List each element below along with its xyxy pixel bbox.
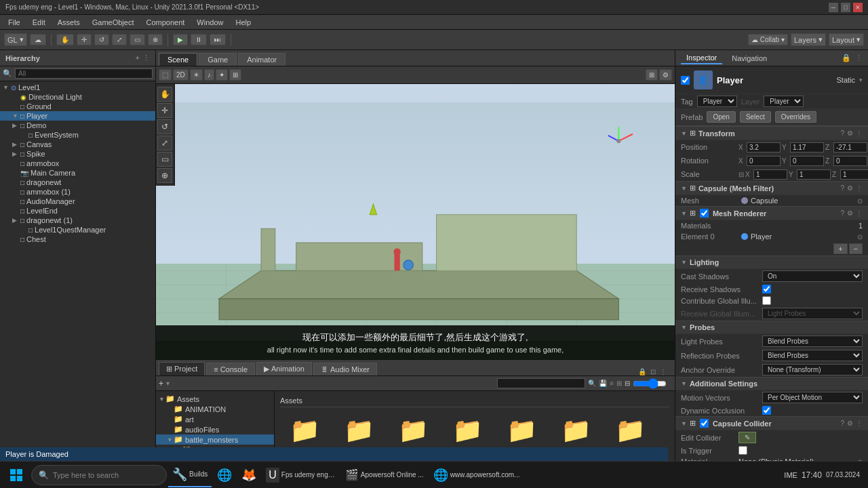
rotation-z-input[interactable]: 0 bbox=[833, 156, 867, 166]
tree-item-spike[interactable]: ▶ □ Spike bbox=[0, 149, 155, 159]
mesh-renderer-enabled-checkbox[interactable] bbox=[700, 209, 709, 218]
mesh-filter-section-header[interactable]: ▼ ⊞ Capsule (Mesh Filter) ? ⚙ ⋮ bbox=[675, 181, 868, 195]
step-button[interactable]: ⏭ bbox=[210, 34, 226, 45]
tree-item-ammobox[interactable]: □ ammobox bbox=[0, 159, 155, 168]
is-trigger-checkbox[interactable] bbox=[738, 446, 747, 455]
taskbar-app-apowersoft[interactable]: 🎬 Apowersoft Online ... bbox=[341, 463, 428, 487]
gl-mode-dropdown[interactable]: GL ▾ bbox=[4, 33, 27, 46]
tree-item-level1[interactable]: ▼ ⊙ Level1 bbox=[0, 83, 155, 92]
universal-tool[interactable]: ⊕ bbox=[148, 34, 163, 45]
capsule-collider-help-icon[interactable]: ? bbox=[840, 420, 844, 427]
scale-tool[interactable]: ⤢ bbox=[112, 34, 127, 45]
capsule-collider-menu-icon[interactable]: ⋮ bbox=[856, 420, 863, 427]
menu-gameobject[interactable]: GameObject bbox=[87, 17, 140, 28]
scene-gizmos-toggle[interactable]: ⊞ bbox=[229, 69, 241, 81]
move-tool[interactable]: ✛ bbox=[77, 34, 92, 45]
hand-tool[interactable]: ✋ bbox=[56, 34, 74, 45]
menu-file[interactable]: File bbox=[3, 17, 26, 28]
edit-collider-button[interactable]: ✎ bbox=[738, 432, 863, 443]
receive-gi-dropdown[interactable]: Light Probes bbox=[762, 308, 863, 319]
rotate-tool[interactable]: ↺ bbox=[94, 34, 109, 45]
tab-animation[interactable]: ▶Animation bbox=[256, 362, 312, 375]
taskbar-search[interactable]: 🔍 Type here to search bbox=[31, 465, 167, 485]
reflection-probes-dropdown[interactable]: Blend Probes bbox=[762, 350, 863, 361]
capsule-collider-settings-icon[interactable]: ⚙ bbox=[847, 420, 853, 427]
folder-animation[interactable]: 📁 ANIMATION bbox=[156, 404, 274, 414]
transform-section-header[interactable]: ▼ ⊞ Transform ? ⚙ ⋮ bbox=[675, 126, 868, 140]
tree-item-demo[interactable]: ▶ □ Demo bbox=[0, 121, 155, 130]
transform-menu-icon[interactable]: ⋮ bbox=[856, 129, 863, 137]
lighting-section-header[interactable]: ▼ Lighting bbox=[675, 256, 868, 269]
mesh-renderer-help-icon[interactable]: ? bbox=[840, 209, 844, 217]
anchor-override-dropdown[interactable]: None (Transform) bbox=[762, 364, 863, 375]
layers-dropdown[interactable]: Layers ▾ bbox=[791, 33, 826, 46]
rotation-y-input[interactable]: 0 bbox=[790, 156, 824, 166]
transform-help-icon[interactable]: ? bbox=[840, 129, 844, 137]
menu-help[interactable]: Help bbox=[230, 17, 256, 28]
additional-settings-section-header[interactable]: ▼ Additional Settings bbox=[675, 377, 868, 390]
maximize-button[interactable]: □ bbox=[841, 3, 850, 12]
tree-item-chest[interactable]: □ Chest bbox=[0, 235, 155, 244]
start-button[interactable] bbox=[3, 463, 30, 487]
prefab-open-button[interactable]: Open bbox=[707, 111, 735, 123]
lock-icon[interactable]: 🔒 bbox=[638, 368, 646, 375]
mesh-select-icon[interactable]: ⊙ bbox=[857, 197, 863, 205]
prefab-overrides-button[interactable]: Overrides bbox=[775, 111, 816, 123]
taskbar-app-unity[interactable]: U Fps udemy eng - L... bbox=[262, 463, 340, 487]
probes-section-header[interactable]: ▼ Probes bbox=[675, 321, 868, 334]
folder-audiofiles[interactable]: 📁 audioFiles bbox=[156, 424, 274, 434]
tree-item-eventsystem[interactable]: □ EventSystem bbox=[0, 130, 155, 140]
mesh-renderer-section-header[interactable]: ▼ ⊞ Mesh Renderer ? ⚙ ⋮ bbox=[675, 206, 868, 220]
tab-project[interactable]: ⊞Project bbox=[159, 362, 205, 375]
scale-x-input[interactable]: 1 bbox=[753, 169, 787, 180]
save-icon[interactable]: 💾 bbox=[599, 380, 607, 387]
player-active-checkbox[interactable] bbox=[681, 76, 690, 85]
motion-vectors-dropdown[interactable]: Per Object Motion bbox=[762, 392, 863, 403]
mesh-renderer-menu-icon[interactable]: ⋮ bbox=[856, 209, 863, 217]
scene-light-toggle[interactable]: ☀ bbox=[190, 69, 203, 81]
grid-view-icon[interactable]: ⊞ bbox=[616, 380, 622, 387]
tag-dropdown[interactable]: Player bbox=[697, 96, 737, 107]
zoom-slider[interactable] bbox=[633, 378, 667, 389]
folder-battle-monsters[interactable]: ▼ 📁 battle_monsters bbox=[156, 434, 274, 445]
tab-console[interactable]: ≡Console bbox=[206, 363, 255, 375]
tree-item-main-camera[interactable]: 📷 Main Camera bbox=[0, 168, 155, 178]
taskbar-app-firefox[interactable]: 🦊 bbox=[237, 463, 260, 487]
play-button[interactable]: ▶ bbox=[173, 34, 188, 45]
menu-assets[interactable]: Assets bbox=[52, 17, 85, 28]
folder-assets[interactable]: ▼ 📁 Assets bbox=[156, 394, 274, 404]
hierarchy-search-input[interactable] bbox=[15, 68, 153, 79]
scale-z-input[interactable]: 1 bbox=[840, 169, 868, 180]
tool-rotate[interactable]: ↺ bbox=[157, 119, 172, 134]
tool-move[interactable]: ✛ bbox=[157, 103, 172, 118]
scene-audio-toggle[interactable]: ♪ bbox=[204, 69, 214, 81]
mesh-renderer-settings-icon[interactable]: ⚙ bbox=[847, 209, 853, 217]
position-y-input[interactable]: 1.17 bbox=[790, 142, 824, 152]
menu-window[interactable]: Window bbox=[191, 17, 229, 28]
tree-item-audiomanager[interactable]: □ AudioManager bbox=[0, 197, 155, 206]
mesh-filter-menu-icon[interactable]: ⋮ bbox=[856, 184, 863, 192]
taskbar-app-chrome[interactable]: 🌐 bbox=[213, 463, 236, 487]
tree-item-player[interactable]: ▼ □ Player bbox=[0, 111, 155, 121]
tab-animator[interactable]: Animator bbox=[238, 53, 285, 66]
inspector-menu-icon[interactable]: ⋮ bbox=[855, 54, 863, 62]
tree-item-dragonewt[interactable]: □ dragonewt bbox=[0, 178, 155, 187]
scene-grid-toggle[interactable]: ⊞ bbox=[646, 69, 658, 81]
cast-shadows-dropdown[interactable]: On Off bbox=[762, 270, 863, 282]
menu-edit[interactable]: Edit bbox=[27, 17, 51, 28]
bottom-menu-icon[interactable]: ⋮ bbox=[660, 368, 667, 375]
mesh-filter-help-icon[interactable]: ? bbox=[840, 184, 844, 192]
tree-item-dragonewt1[interactable]: ▶ □ dragonewt (1) bbox=[0, 216, 155, 225]
tree-item-levelend[interactable]: □ LevelEnd bbox=[0, 206, 155, 216]
tree-item-directional-light[interactable]: ◉ Directional Light bbox=[0, 92, 155, 102]
position-z-input[interactable]: -27.1 bbox=[833, 142, 867, 152]
material-remove-button[interactable]: − bbox=[849, 243, 863, 254]
taskbar-app-builds[interactable]: 🔧 Builds bbox=[168, 463, 212, 487]
transform-settings-icon[interactable]: ⚙ bbox=[847, 129, 853, 137]
close-button[interactable]: ✕ bbox=[853, 3, 863, 12]
tree-item-ground[interactable]: □ Ground bbox=[0, 102, 155, 111]
lock-inspector-icon[interactable]: 🔒 bbox=[842, 54, 851, 62]
rotation-x-input[interactable]: 0 bbox=[747, 156, 781, 166]
prefab-select-button[interactable]: Select bbox=[740, 111, 771, 123]
mesh-filter-settings-icon[interactable]: ⚙ bbox=[847, 184, 853, 192]
